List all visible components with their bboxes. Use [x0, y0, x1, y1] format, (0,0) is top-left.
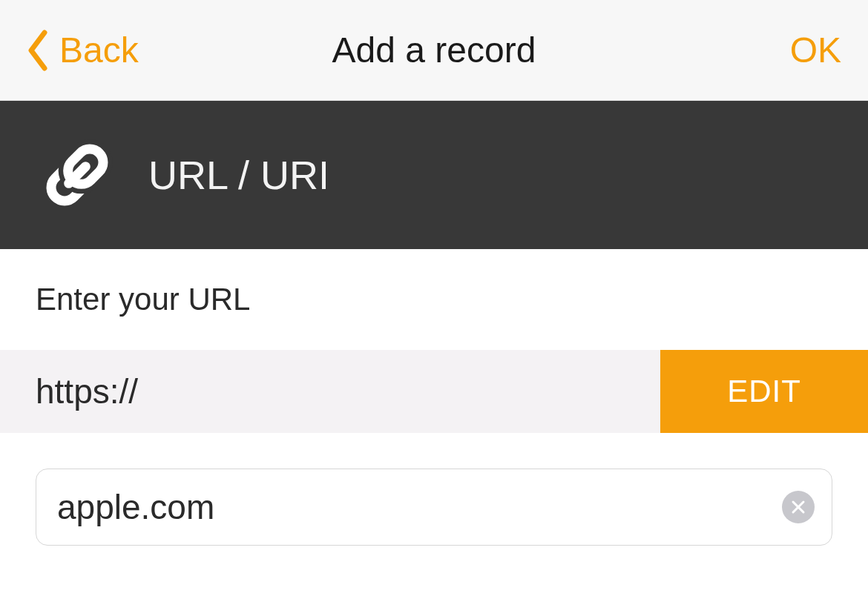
ok-button[interactable]: OK — [790, 30, 841, 70]
close-icon — [791, 500, 806, 514]
protocol-label: https:// — [0, 350, 660, 433]
url-input[interactable] — [36, 469, 832, 546]
section-title: URL / URI — [148, 152, 329, 198]
edit-protocol-button[interactable]: EDIT — [660, 350, 868, 433]
input-wrapper — [36, 469, 832, 546]
page-title: Add a record — [332, 30, 536, 70]
chevron-left-icon — [27, 30, 47, 71]
link-icon — [33, 130, 122, 219]
input-container — [0, 433, 868, 581]
back-label: Back — [59, 30, 139, 70]
clear-input-button[interactable] — [782, 491, 815, 523]
back-button[interactable]: Back — [27, 30, 139, 71]
navbar: Back Add a record OK — [0, 0, 868, 101]
prompt-label: Enter your URL — [0, 249, 868, 350]
section-header: URL / URI — [0, 101, 868, 249]
protocol-row: https:// EDIT — [0, 350, 868, 433]
